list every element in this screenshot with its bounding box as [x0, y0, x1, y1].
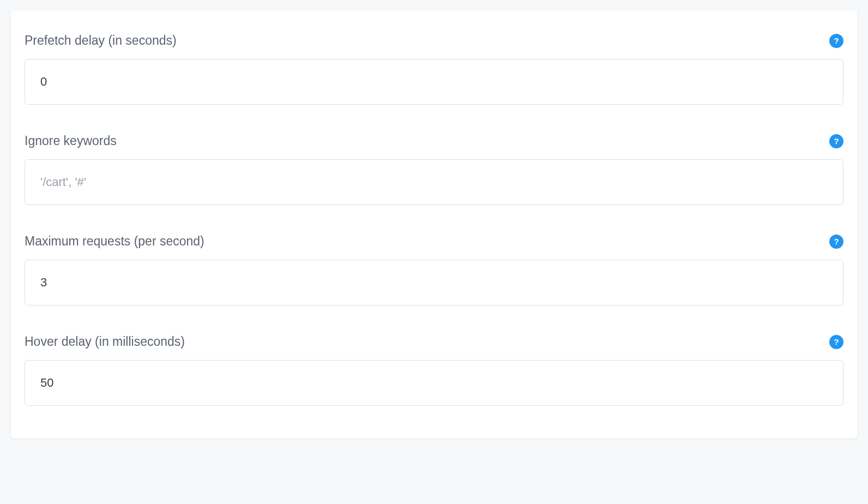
label-row: Maximum requests (per second) ? — [25, 233, 843, 250]
ignore-keywords-input[interactable] — [25, 159, 843, 205]
prefetch-delay-label: Prefetch delay (in seconds) — [25, 33, 177, 49]
help-icon[interactable]: ? — [829, 134, 843, 148]
form-group-ignore-keywords: Ignore keywords ? — [25, 133, 843, 205]
max-requests-label: Maximum requests (per second) — [25, 233, 204, 250]
help-icon[interactable]: ? — [829, 235, 843, 249]
form-group-hover-delay: Hover delay (in milliseconds) ? — [25, 334, 843, 406]
settings-card: Prefetch delay (in seconds) ? Ignore key… — [10, 11, 858, 439]
form-group-prefetch-delay: Prefetch delay (in seconds) ? — [25, 33, 843, 105]
prefetch-delay-input[interactable] — [25, 59, 843, 105]
help-icon[interactable]: ? — [829, 335, 843, 349]
label-row: Prefetch delay (in seconds) ? — [25, 33, 843, 49]
help-icon[interactable]: ? — [829, 34, 843, 48]
label-row: Ignore keywords ? — [25, 133, 843, 149]
ignore-keywords-label: Ignore keywords — [25, 133, 117, 149]
label-row: Hover delay (in milliseconds) ? — [25, 334, 843, 350]
page-wrapper: Prefetch delay (in seconds) ? Ignore key… — [0, 11, 868, 439]
hover-delay-input[interactable] — [25, 360, 843, 406]
hover-delay-label: Hover delay (in milliseconds) — [25, 334, 185, 350]
form-group-max-requests: Maximum requests (per second) ? — [25, 233, 843, 305]
max-requests-input[interactable] — [25, 260, 843, 305]
